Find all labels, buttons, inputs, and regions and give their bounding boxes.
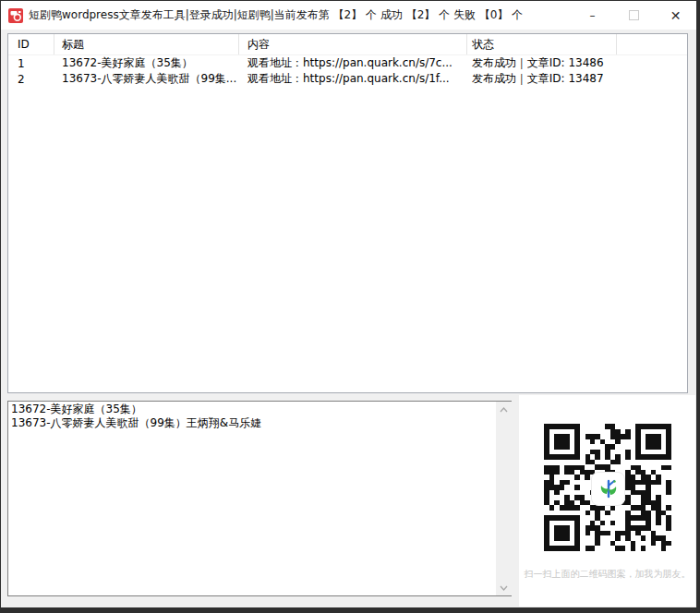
qr-caption: 扫一扫上面的二维码图案，加我为朋友。	[519, 568, 695, 581]
cell-content[interactable]: 观看地址：https://pan.quark.cn/s/1f...	[239, 71, 467, 87]
scroll-down-button[interactable]	[496, 580, 512, 595]
column-header-title[interactable]: 标题	[54, 34, 239, 54]
window-title: 短剧鸭wordpress文章发布工具|登录成功|短剧鸭|当前发布第 【2】 个 …	[29, 7, 523, 23]
cell-id[interactable]: 1	[8, 57, 54, 70]
title-bar: 短剧鸭wordpress文章发布工具|登录成功|短剧鸭|当前发布第 【2】 个 …	[1, 1, 696, 30]
cell-title[interactable]: 13673-八零娇妻人美歌甜（99集...	[54, 71, 239, 87]
column-header-id[interactable]: ID	[8, 34, 54, 54]
qr-center-logo	[591, 472, 625, 506]
column-header-content[interactable]: 内容	[239, 34, 467, 54]
cell-title[interactable]: 13672-美好家庭（35集）	[54, 55, 239, 71]
window-controls: – ✕	[572, 1, 696, 30]
maximize-icon	[629, 10, 639, 20]
minimize-icon: –	[590, 9, 596, 22]
qr-panel: 扫一扫上面的二维码图案，加我为朋友。	[519, 395, 695, 607]
column-header-status[interactable]: 状态	[467, 34, 617, 54]
scroll-up-button[interactable]	[496, 402, 512, 417]
app-icon	[8, 8, 23, 23]
cell-status[interactable]: 发布成功｜文章ID: 13486	[467, 55, 617, 71]
cell-content[interactable]: 观看地址：https://pan.quark.cn/s/7c...	[239, 55, 467, 71]
app-window: 短剧鸭wordpress文章发布工具|登录成功|短剧鸭|当前发布第 【2】 个 …	[1, 1, 696, 607]
table-row[interactable]: 2 13673-八零娇妻人美歌甜（99集... 观看地址：https://pan…	[8, 71, 687, 87]
cell-id[interactable]: 2	[8, 73, 54, 86]
table-row[interactable]: 1 13672-美好家庭（35集） 观看地址：https://pan.quark…	[8, 55, 687, 71]
chevron-up-icon	[500, 407, 508, 413]
chevron-down-icon	[500, 585, 508, 591]
close-icon: ✕	[670, 8, 682, 23]
titles-input-textarea[interactable]: 13672-美好家庭（35集） 13673-八零娇妻人美歌甜（99集）王炳翔&马…	[7, 401, 512, 596]
textarea-scrollbar[interactable]	[496, 402, 512, 595]
column-header-filler	[617, 34, 687, 54]
cell-status[interactable]: 发布成功｜文章ID: 13487	[467, 71, 617, 87]
minimize-button[interactable]: –	[572, 1, 613, 30]
results-table: ID 标题 内容 状态 1 13672-美好家庭（35集） 观看地址：https…	[7, 33, 688, 393]
duck-logo-icon	[597, 477, 621, 501]
table-header: ID 标题 内容 状态	[8, 34, 687, 55]
close-button[interactable]: ✕	[655, 1, 696, 30]
maximize-button[interactable]	[613, 1, 655, 30]
